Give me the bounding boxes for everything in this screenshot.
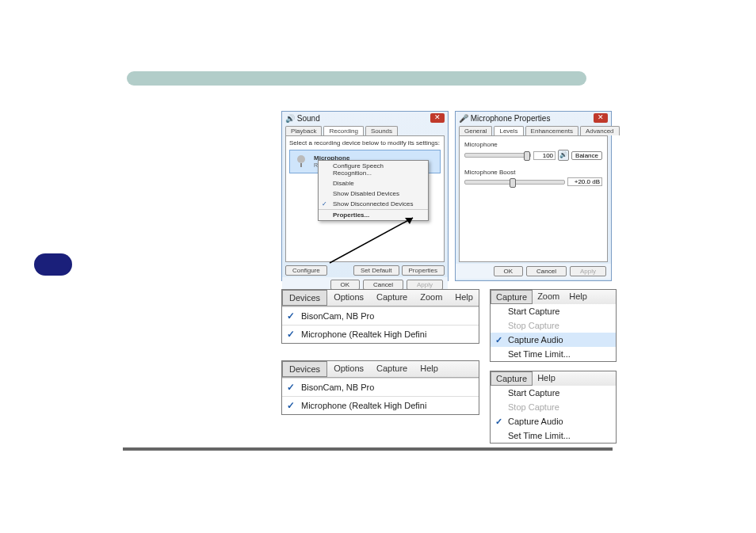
svg-rect-1 — [300, 163, 302, 167]
mic-slider[interactable] — [464, 153, 531, 158]
ctx-disable[interactable]: Disable — [319, 178, 428, 188]
tab-enhancements[interactable]: Enhancements — [525, 126, 578, 135]
mic-value: 100 — [533, 151, 556, 160]
check-icon: ✓ — [287, 310, 295, 322]
check-icon: ✓ — [495, 335, 502, 345]
bottom-buttons: Configure Set Default Properties — [282, 264, 448, 277]
device-item-cam[interactable]: ✓ BisonCam, NB Pro — [282, 378, 479, 396]
tab-devices[interactable]: Devices — [282, 361, 327, 377]
item-set-time-limit[interactable]: Set Time Limit... — [491, 428, 616, 443]
tab-help[interactable]: Help — [414, 361, 445, 377]
item-capture-audio[interactable]: ✓ Capture Audio — [491, 333, 616, 347]
close-button[interactable]: ✕ — [594, 113, 608, 123]
title-text: Sound — [297, 114, 320, 123]
tab-playback[interactable]: Playback — [285, 126, 322, 135]
capture-menu-b: Capture Help Start Capture Stop Capture … — [490, 371, 617, 444]
instruction-text: Select a recording device below to modif… — [289, 139, 441, 147]
microphone-icon: 🎤 — [459, 114, 468, 123]
balance-button[interactable]: Balance — [571, 151, 602, 160]
check-icon: ✓ — [287, 400, 295, 411]
sound-icon: 🔊 — [285, 114, 295, 123]
svg-point-0 — [297, 155, 305, 163]
item-start-capture[interactable]: Start Capture — [491, 386, 616, 400]
item-set-time-limit[interactable]: Set Time Limit... — [491, 347, 616, 361]
set-default-button[interactable]: Set Default — [353, 265, 399, 276]
blue-pill — [34, 253, 72, 276]
item-stop-capture: Stop Capture — [491, 400, 616, 414]
mic-label: Microphone — [464, 141, 602, 148]
levels-body: Microphone 100 🔊 Balance Microphone Boos… — [459, 135, 608, 262]
item-start-capture[interactable]: Start Capture — [491, 304, 616, 318]
ctx-properties[interactable]: Properties... — [319, 209, 428, 220]
boost-value: +20.0 dB — [567, 177, 602, 186]
properties-button[interactable]: Properties — [402, 265, 445, 276]
microphone-icon — [292, 152, 311, 171]
tab-levels[interactable]: Levels — [494, 126, 523, 135]
mute-button[interactable]: 🔊 — [558, 150, 569, 161]
tab-devices[interactable]: Devices — [282, 290, 327, 306]
tab-zoom[interactable]: Zoom — [414, 290, 449, 306]
svg-line-2 — [330, 218, 413, 263]
boost-slider[interactable] — [464, 180, 565, 185]
ctx-configure[interactable]: Configure Speech Recognition... — [319, 161, 428, 178]
mic-properties-dialog: 🎤 Microphone Properties ✕ General Levels… — [455, 111, 612, 281]
check-icon: ✓ — [287, 382, 295, 393]
item-label: Microphone (Realtek High Defini — [301, 401, 426, 410]
tab-help[interactable]: Help — [449, 290, 479, 306]
tabs: Playback Recording Sounds — [282, 124, 448, 135]
menu-bar: Devices Options Capture Zoom Help — [282, 290, 479, 306]
close-button[interactable]: ✕ — [430, 113, 445, 123]
context-menu: Configure Speech Recognition... Disable … — [318, 160, 429, 221]
tab-options[interactable]: Options — [327, 361, 370, 377]
cancel-button[interactable]: Cancel — [526, 266, 567, 276]
device-item-mic[interactable]: ✓ Microphone (Realtek High Defini — [282, 396, 479, 414]
boost-slider-row: +20.0 dB — [464, 177, 602, 186]
devices-menu-b: Devices Options Capture Help ✓ BisonCam,… — [281, 360, 479, 415]
tab-capture[interactable]: Capture — [491, 371, 533, 386]
menu-bar: Capture Zoom Help — [491, 290, 616, 304]
tab-advanced[interactable]: Advanced — [580, 126, 620, 135]
title-text: Microphone Properties — [471, 114, 551, 123]
devices-menu-a: Devices Options Capture Zoom Help ✓ Biso… — [281, 289, 479, 344]
tab-capture[interactable]: Capture — [370, 290, 414, 306]
item-label: BisonCam, NB Pro — [301, 311, 374, 321]
tab-help[interactable]: Help — [533, 371, 560, 386]
ok-button[interactable]: OK — [494, 266, 524, 276]
tab-options[interactable]: Options — [327, 290, 370, 306]
tab-body: Select a recording device below to modif… — [285, 135, 445, 262]
item-stop-capture: Stop Capture — [491, 318, 616, 333]
mic-slider-row: 100 🔊 Balance — [464, 150, 602, 161]
device-item-mic[interactable]: ✓ Microphone (Realtek High Defini — [282, 325, 479, 343]
sound-dialog: 🔊 Sound ✕ Playback Recording Sounds Sele… — [281, 111, 449, 281]
tab-zoom[interactable]: Zoom — [533, 290, 564, 304]
tab-capture[interactable]: Capture — [491, 290, 533, 304]
configure-button[interactable]: Configure — [285, 265, 327, 276]
title-bar: 🔊 Sound ✕ — [282, 112, 448, 124]
check-icon: ✓ — [287, 329, 295, 340]
menu-bar: Devices Options Capture Help — [282, 361, 479, 378]
boost-label: Microphone Boost — [464, 169, 602, 176]
check-icon: ✓ — [495, 417, 502, 427]
ctx-show-disabled[interactable]: Show Disabled Devices — [319, 188, 428, 199]
footer-buttons: OK Cancel Apply — [456, 264, 611, 279]
separator-bar — [123, 447, 613, 451]
tab-capture[interactable]: Capture — [370, 361, 414, 377]
capture-menu-a: Capture Zoom Help Start Capture Stop Cap… — [490, 289, 617, 362]
item-label: Microphone (Realtek High Defini — [301, 329, 426, 339]
device-item-cam[interactable]: ✓ BisonCam, NB Pro — [282, 306, 479, 325]
item-label: BisonCam, NB Pro — [301, 383, 374, 392]
item-label: Capture Audio — [508, 335, 563, 345]
item-label: Capture Audio — [508, 417, 563, 426]
tab-help[interactable]: Help — [564, 290, 592, 304]
tab-general[interactable]: General — [459, 126, 492, 135]
tab-recording[interactable]: Recording — [323, 126, 363, 135]
title-bar: 🎤 Microphone Properties ✕ — [456, 112, 611, 124]
menu-bar: Capture Help — [491, 371, 616, 386]
decorative-bar — [127, 71, 586, 86]
apply-button[interactable]: Apply — [570, 266, 606, 276]
tabs: General Levels Enhancements Advanced — [456, 124, 611, 135]
ctx-show-disconnected[interactable]: Show Disconnected Devices — [319, 199, 428, 209]
tab-sounds[interactable]: Sounds — [365, 126, 398, 135]
item-capture-audio[interactable]: ✓ Capture Audio — [491, 414, 616, 428]
